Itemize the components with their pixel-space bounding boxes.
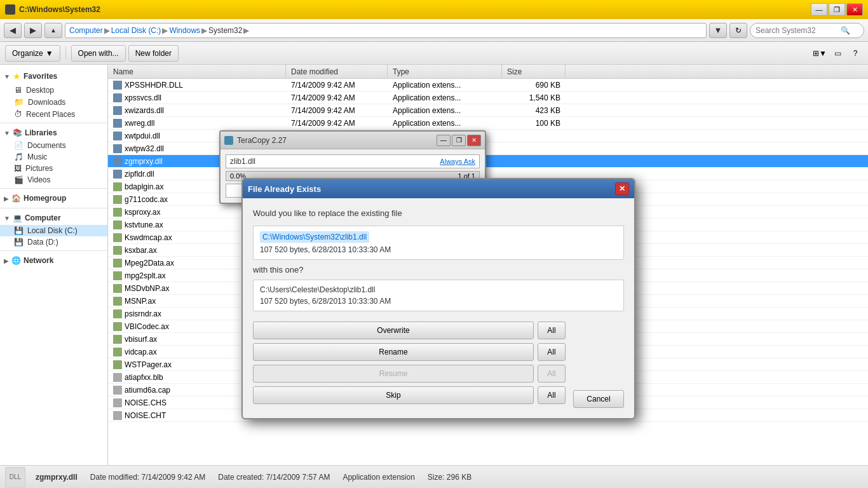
file-name: WSTPager.ax [125, 360, 172, 369]
file-name: ksproxy.ax [125, 208, 160, 217]
col-header-name[interactable]: Name [108, 65, 286, 78]
file-type: Application extens... [393, 93, 461, 102]
search-input[interactable] [756, 26, 838, 35]
downloads-icon: 📁 [14, 97, 24, 107]
sidebar-item-videos[interactable]: 🎬 Videos [0, 174, 107, 186]
file-icon [113, 373, 122, 382]
sidebar-homegroup-header[interactable]: ▶ 🏠 Homegroup [0, 191, 107, 205]
fae-action-buttons: Overwrite All Rename All Resume All Skip… [253, 322, 566, 408]
file-icon [113, 297, 122, 306]
file-name: Mpeg2Data.ax [125, 259, 174, 268]
file-icon [113, 144, 122, 153]
breadcrumb-windows[interactable]: Windows [169, 26, 200, 35]
fae-cancel-area: Cancel [573, 390, 624, 408]
sidebar-favorites-header[interactable]: ▼ ★ Favorites [0, 69, 107, 84]
desktop-icon: 🖥 [14, 85, 22, 95]
computer-expand-icon: ▼ [4, 215, 10, 222]
status-size: Size: 296 KB [428, 473, 471, 482]
computer-label: Computer [25, 214, 61, 222]
sidebar-item-localdisk[interactable]: 💾 Local Disk (C:) [0, 225, 107, 236]
file-name: MSDvbNP.ax [125, 284, 169, 293]
view-options-button[interactable]: ⊞▼ [812, 46, 827, 61]
rename-all-button[interactable]: All [538, 343, 566, 361]
col-header-date[interactable]: Date modified [286, 65, 388, 78]
libraries-expand-icon: ▼ [4, 130, 10, 137]
file-icon [113, 208, 122, 217]
status-type: Application extension [342, 473, 414, 482]
sidebar-section-favorites: ▼ ★ Favorites 🖥 Desktop 📁 Downloads ⏱ Re… [0, 69, 107, 120]
computer-icon: 💻 [13, 214, 22, 222]
forward-button[interactable]: ▶ [24, 23, 42, 38]
file-name: xwreg.dll [125, 119, 154, 128]
help-button[interactable]: ? [848, 46, 863, 61]
documents-label: Documents [27, 141, 66, 150]
resume-all-button[interactable]: All [538, 365, 566, 383]
fae-body: Would you like to replace the existing f… [243, 198, 634, 418]
data-label: Data (D:) [27, 238, 58, 247]
teracopy-close-button[interactable]: ✕ [467, 135, 481, 146]
col-header-size[interactable]: Size [502, 65, 566, 78]
favorites-expand-icon: ▼ [4, 73, 10, 80]
downloads-label: Downloads [28, 98, 65, 107]
cancel-button[interactable]: Cancel [573, 390, 624, 408]
file-name: Kswdmcap.ax [125, 233, 172, 242]
dropdown-button[interactable]: ▼ [709, 23, 727, 38]
sidebar-item-music[interactable]: 🎵 Music [0, 151, 107, 163]
table-row[interactable]: XPSSHHDR.DLL 7/14/2009 9:42 AM Applicati… [108, 79, 868, 92]
teracopy-minimize-button[interactable]: — [437, 135, 451, 146]
open-with-button[interactable]: Open with... [71, 45, 126, 62]
fae-question: Would you like to replace the existing f… [253, 208, 624, 218]
refresh-button[interactable]: ↻ [729, 23, 747, 38]
overwrite-all-button[interactable]: All [538, 322, 566, 339]
videos-label: Videos [27, 175, 50, 184]
fae-overwrite-row: Overwrite All [253, 322, 566, 339]
col-header-type[interactable]: Type [388, 65, 502, 78]
sidebar-computer-header[interactable]: ▼ 💻 Computer [0, 211, 107, 225]
search-box[interactable]: 🔍 [750, 23, 864, 38]
fae-close-button[interactable]: ✕ [615, 182, 629, 195]
sidebar-item-desktop[interactable]: 🖥 Desktop [0, 84, 107, 96]
up-button[interactable]: ▲ [44, 23, 62, 38]
status-date-modified: Date modified: 7/14/2009 9:42 AM [90, 473, 205, 482]
localdisk-label: Local Disk (C:) [27, 226, 78, 235]
sidebar-divider-1 [0, 123, 107, 123]
new-folder-button[interactable]: New folder [128, 45, 179, 62]
table-row[interactable]: xwreg.dll 7/14/2009 9:42 AM Application … [108, 117, 868, 130]
sidebar-item-pictures[interactable]: 🖼 Pictures [0, 163, 107, 174]
maximize-button[interactable]: ❐ [829, 3, 845, 16]
sidebar-network-header[interactable]: ▶ 🌐 Network [0, 254, 107, 268]
sidebar-libraries-header[interactable]: ▼ 📚 Libraries [0, 126, 107, 140]
pictures-label: Pictures [25, 164, 53, 173]
sidebar-item-recent-places[interactable]: ⏱ Recent Places [0, 108, 107, 120]
overwrite-button[interactable]: Overwrite [253, 322, 534, 339]
file-icon [113, 93, 122, 102]
back-button[interactable]: ◀ [4, 23, 22, 38]
sidebar-item-data[interactable]: 💾 Data (D:) [0, 236, 107, 248]
breadcrumb-computer[interactable]: Computer [69, 26, 103, 35]
fae-existing-path: C:\Windows\System32\zlib1.dll [260, 231, 369, 243]
file-name: vidcap.ax [125, 348, 157, 356]
address-path[interactable]: Computer ▶ Local Disk (C:) ▶ Windows ▶ S… [65, 23, 707, 38]
file-icon [113, 322, 122, 331]
teracopy-always-ask[interactable]: Always Ask [440, 158, 475, 165]
rename-button[interactable]: Rename [253, 343, 534, 361]
table-row[interactable]: xwizards.dll 7/14/2009 9:42 AM Applicati… [108, 104, 868, 117]
breadcrumb-system32[interactable]: System32 [208, 26, 242, 35]
teracopy-restore-button[interactable]: ❐ [452, 135, 466, 146]
fae-with-label: with this one? [253, 265, 624, 274]
organize-button[interactable]: Organize ▼ [5, 45, 60, 62]
skip-button[interactable]: Skip [253, 386, 534, 404]
table-row[interactable]: xpssvcs.dll 7/14/2009 9:42 AM Applicatio… [108, 92, 868, 104]
skip-all-button[interactable]: All [538, 386, 566, 404]
resume-button[interactable]: Resume [253, 365, 534, 383]
file-type: Application extens... [393, 81, 461, 90]
preview-pane-button[interactable]: ▭ [830, 46, 845, 61]
organize-dropdown-icon: ▼ [46, 49, 53, 58]
minimize-button[interactable]: — [811, 3, 827, 16]
breadcrumb-localdisk[interactable]: Local Disk (C:) [111, 26, 161, 35]
sidebar-item-downloads[interactable]: 📁 Downloads [0, 96, 107, 108]
close-button[interactable]: ✕ [846, 3, 863, 16]
sidebar-item-documents[interactable]: 📄 Documents [0, 140, 107, 151]
file-name: VBICodec.ax [125, 322, 169, 331]
fae-new-path: C:\Users\Celeste\Desktop\zlib1.dll [260, 285, 617, 294]
